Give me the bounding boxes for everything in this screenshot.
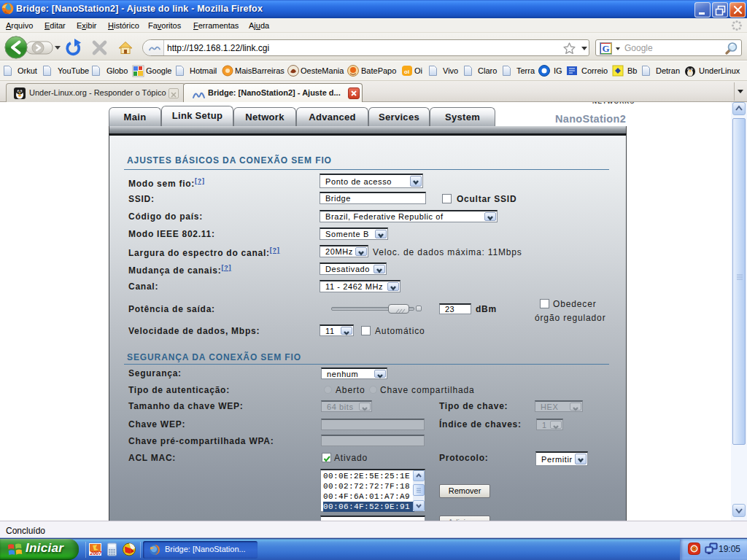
svg-text:2007: 2007	[90, 551, 103, 556]
svg-text:oi: oi	[404, 69, 409, 75]
svg-text:G: G	[603, 43, 610, 54]
